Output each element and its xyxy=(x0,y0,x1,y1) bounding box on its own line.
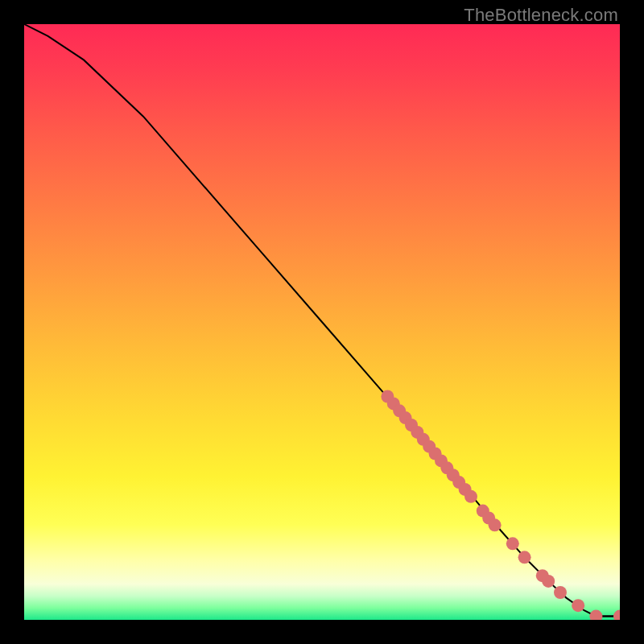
data-point xyxy=(518,551,531,564)
data-point xyxy=(387,397,400,410)
data-point xyxy=(399,411,412,424)
chart-frame: TheBottleneck.com xyxy=(0,0,644,644)
data-point xyxy=(435,454,448,467)
data-point xyxy=(411,426,423,439)
data-point xyxy=(447,469,460,481)
data-point xyxy=(423,440,436,453)
data-point xyxy=(589,610,602,620)
data-point xyxy=(464,490,477,503)
data-point xyxy=(440,461,453,474)
data-point xyxy=(554,586,567,599)
plot-area xyxy=(24,24,620,620)
data-point xyxy=(405,419,418,431)
data-point xyxy=(417,433,430,446)
data-point xyxy=(542,575,555,588)
data-point xyxy=(482,512,495,525)
data-point xyxy=(381,390,394,403)
data-point xyxy=(613,610,620,620)
data-point xyxy=(489,518,502,531)
data-point xyxy=(536,569,549,582)
marker-group xyxy=(381,390,620,621)
data-point xyxy=(429,448,442,460)
data-point xyxy=(459,483,472,496)
data-point xyxy=(477,505,489,518)
curve-layer xyxy=(24,24,620,620)
main-curve xyxy=(24,24,620,617)
data-point xyxy=(393,404,406,417)
data-point xyxy=(572,599,584,612)
data-point xyxy=(506,537,519,550)
attribution-label: TheBottleneck.com xyxy=(464,5,618,26)
data-point xyxy=(452,476,465,489)
